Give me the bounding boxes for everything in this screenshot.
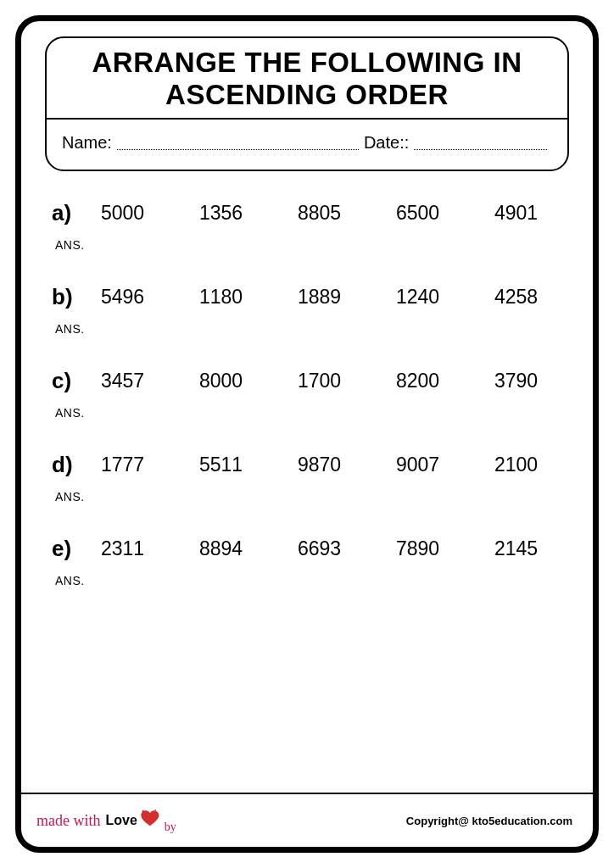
number-value: 7890 — [396, 537, 455, 560]
problem-letter: a) — [52, 200, 101, 226]
number-value: 2100 — [494, 453, 554, 476]
made-with-text: made with — [36, 813, 100, 828]
problem-letter: e) — [52, 536, 101, 562]
number-value: 3457 — [101, 370, 160, 392]
number-value: 9870 — [298, 453, 357, 476]
number-value: 1180 — [199, 286, 259, 309]
number-value: 9007 — [396, 453, 455, 476]
number-list: 3457 8000 1700 8200 3790 — [101, 370, 562, 392]
number-list: 5000 1356 8805 6500 4901 — [101, 202, 562, 225]
problem-row: b) 5496 1180 1889 1240 4258 — [52, 275, 562, 322]
number-value: 8805 — [298, 202, 357, 225]
problem-letter: d) — [52, 452, 101, 478]
number-value: 1889 — [298, 286, 357, 309]
number-value: 8894 — [199, 537, 259, 560]
problem-row: e) 2311 8894 6693 7890 2145 — [52, 527, 562, 574]
number-value: 1240 — [396, 286, 455, 309]
answer-label: ANS. — [52, 490, 562, 522]
number-value: 2311 — [101, 537, 160, 560]
number-value: 1700 — [298, 370, 357, 392]
number-value: 8200 — [396, 370, 455, 392]
copyright-text: Copyright@ kto5education.com — [406, 815, 572, 827]
problem-c: c) 3457 8000 1700 8200 3790 ANS. — [52, 359, 562, 438]
date-input-line[interactable] — [414, 135, 547, 150]
problem-letter: c) — [52, 368, 101, 394]
number-value: 4901 — [494, 202, 554, 225]
name-label: Name: — [62, 133, 112, 153]
problem-a: a) 5000 1356 8805 6500 4901 ANS. — [52, 192, 562, 270]
problems-area: a) 5000 1356 8805 6500 4901 ANS. b) 5496… — [21, 171, 593, 793]
answer-label: ANS. — [52, 406, 562, 438]
number-value: 5511 — [199, 453, 259, 476]
answer-label: ANS. — [52, 238, 562, 270]
number-value: 3790 — [494, 370, 554, 392]
problem-d: d) 1777 5511 9870 9007 2100 ANS. — [52, 443, 562, 522]
problem-row: c) 3457 8000 1700 8200 3790 — [52, 359, 562, 406]
date-label: Date:: — [364, 133, 409, 153]
number-list: 1777 5511 9870 9007 2100 — [101, 453, 562, 476]
svg-point-0 — [142, 810, 143, 812]
problem-e: e) 2311 8894 6693 7890 2145 ANS. — [52, 527, 562, 606]
answer-label: ANS. — [52, 322, 562, 354]
problem-letter: b) — [52, 284, 101, 310]
number-value: 8000 — [199, 370, 259, 392]
worksheet-page: ARRANGE THE FOLLOWING IN ASCENDING ORDER… — [15, 15, 599, 853]
name-date-row: Name: Date:: — [47, 120, 567, 170]
answer-label: ANS. — [52, 574, 562, 606]
love-text: Love — [105, 814, 137, 827]
number-value: 5496 — [101, 286, 160, 309]
by-text: by — [165, 821, 176, 833]
number-value: 1777 — [101, 453, 160, 476]
number-value: 6693 — [298, 537, 357, 560]
name-input-line[interactable] — [117, 135, 359, 150]
footer: made with Love by Copyright@ kto5educati… — [21, 793, 593, 847]
svg-point-2 — [157, 813, 159, 815]
number-value: 1356 — [199, 202, 259, 225]
problem-row: a) 5000 1356 8805 6500 4901 — [52, 192, 562, 238]
number-list: 5496 1180 1889 1240 4258 — [101, 286, 562, 309]
number-value: 4258 — [494, 286, 554, 309]
problem-row: d) 1777 5511 9870 9007 2100 — [52, 443, 562, 490]
number-value: 2145 — [494, 537, 554, 560]
svg-point-1 — [154, 810, 156, 811]
header-box: ARRANGE THE FOLLOWING IN ASCENDING ORDER… — [45, 36, 569, 171]
heart-icon — [139, 808, 161, 833]
number-value: 6500 — [396, 202, 455, 225]
page-title: ARRANGE THE FOLLOWING IN ASCENDING ORDER — [47, 38, 567, 120]
made-with-love: made with Love by — [36, 808, 176, 833]
problem-b: b) 5496 1180 1889 1240 4258 ANS. — [52, 275, 562, 354]
number-value: 5000 — [101, 202, 160, 225]
number-list: 2311 8894 6693 7890 2145 — [101, 537, 562, 560]
